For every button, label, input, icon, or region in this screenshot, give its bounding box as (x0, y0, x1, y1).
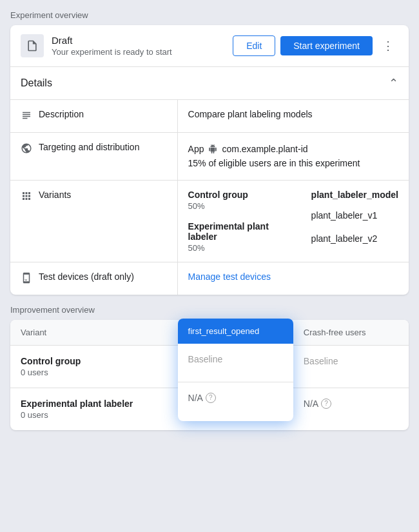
variant-entry-experimental: Experimental plant labeler 50% (188, 221, 296, 253)
active-col-experimental-row: N/A ? (178, 382, 293, 421)
targeting-row: Targeting and distribution App com.examp… (10, 133, 409, 181)
android-icon (208, 144, 217, 153)
variant-name-control: Control group (188, 190, 296, 200)
active-col-header: first_result_opened (178, 319, 293, 344)
description-row: Description Compare plant labeling model… (10, 100, 409, 133)
description-label: Description (39, 109, 84, 119)
test-devices-value: Manage test devices (178, 262, 409, 295)
experiment-section-title: Experiment overview (10, 10, 409, 20)
control-group-name-cell: Control group 0 users (10, 345, 178, 388)
improvement-section-title: Improvement overview (10, 305, 409, 315)
model-v1: plant_labeler_v1 (311, 210, 398, 221)
experimental-name: Experimental plant labeler (21, 399, 168, 409)
active-na-question-icon[interactable]: ? (206, 393, 216, 403)
experiment-overview-card: Draft Your experiment is ready to start … (10, 25, 409, 295)
targeting-label-cell: Targeting and distribution (10, 133, 178, 180)
app-id: com.example.plant-id (222, 142, 307, 156)
active-col-experimental-na: N/A ? (188, 393, 283, 403)
active-na-text: N/A (188, 393, 203, 403)
draft-status: Draft (52, 35, 233, 46)
improvement-overview-card: Variant first_result_opened Crash-free u… (10, 320, 409, 430)
variants-value: Control group 50% Experimental plant lab… (178, 181, 409, 262)
model-v2: plant_labeler_v2 (311, 233, 398, 244)
variant-name-experimental: Experimental plant labeler (188, 221, 296, 242)
control-crash-free-baseline: Baseline (304, 356, 338, 366)
variants-names-col: Control group 50% Experimental plant lab… (188, 190, 296, 253)
control-group-name: Control group (21, 356, 168, 366)
experimental-name-cell: Experimental plant labeler 0 users (10, 388, 178, 430)
draft-icon (21, 34, 44, 57)
draft-subtitle: Your experiment is ready to start (52, 47, 233, 57)
improvement-overview-section: Improvement overview Variant first_resul… (10, 305, 409, 430)
targeting-icon (21, 143, 32, 156)
description-value: Compare plant labeling models (178, 100, 409, 132)
improvement-table-container: Variant first_result_opened Crash-free u… (10, 320, 409, 430)
variants-row: Variants Control group 50% Experimental … (10, 181, 409, 262)
start-experiment-button[interactable]: Start experiment (280, 36, 373, 55)
draft-actions: Edit Start experiment ⋮ (233, 35, 398, 56)
active-col-control-row: Baseline (178, 344, 293, 382)
experimental-crash-free-na: N/A ? (304, 399, 398, 409)
app-line: App com.example.plant-id (188, 142, 398, 156)
manage-test-devices-link[interactable]: Manage test devices (188, 271, 271, 282)
col-header-variant: Variant (10, 320, 178, 346)
details-title: Details (21, 77, 52, 89)
variant-percent-control: 50% (188, 201, 296, 211)
variants-label: Variants (39, 190, 71, 200)
description-label-cell: Description (10, 100, 178, 132)
variants-models-col: plant_labeler_model plant_labeler_v1 pla… (311, 190, 398, 244)
file-icon (26, 39, 39, 52)
control-crash-free-cell: Baseline (293, 345, 409, 388)
crash-free-na-text: N/A (304, 399, 318, 409)
active-column-overlay: first_result_opened Baseline N/A ? (178, 319, 293, 421)
more-options-button[interactable]: ⋮ (378, 35, 398, 56)
test-devices-row: Test devices (draft only) Manage test de… (10, 262, 409, 295)
description-icon (21, 110, 32, 123)
app-label-text: App (188, 142, 204, 156)
distribution-text: 15% of eligible users are in this experi… (188, 156, 398, 170)
draft-header: Draft Your experiment is ready to start … (10, 25, 409, 67)
test-devices-label: Test devices (draft only) (39, 271, 134, 282)
crash-free-question-icon[interactable]: ? (321, 399, 331, 409)
model-col-header: plant_labeler_model (311, 190, 398, 200)
variant-entry-control: Control group 50% (188, 190, 296, 211)
collapse-icon[interactable]: ⌃ (389, 76, 398, 90)
control-group-users: 0 users (21, 368, 168, 377)
targeting-value: App com.example.plant-id 15% of eligible… (178, 133, 409, 180)
experiment-overview-section: Experiment overview Draft Your experimen… (10, 10, 409, 295)
targeting-label: Targeting and distribution (39, 142, 139, 152)
model-v2-entry: plant_labeler_v2 (311, 233, 398, 244)
model-v1-entry: plant_labeler_v1 (311, 210, 398, 221)
draft-text: Draft Your experiment is ready to start (52, 35, 233, 57)
edit-button[interactable]: Edit (233, 35, 275, 56)
variants-label-cell: Variants (10, 181, 178, 262)
variant-percent-experimental: 50% (188, 243, 296, 253)
experimental-crash-free-cell: N/A ? (293, 388, 409, 430)
test-devices-icon (21, 272, 32, 286)
active-col-control-baseline: Baseline (188, 354, 223, 364)
variants-icon (21, 190, 32, 204)
experimental-users: 0 users (21, 410, 168, 420)
details-header: Details ⌃ (10, 67, 409, 100)
col-header-crash-free: Crash-free users (293, 320, 409, 346)
test-devices-label-cell: Test devices (draft only) (10, 262, 178, 295)
